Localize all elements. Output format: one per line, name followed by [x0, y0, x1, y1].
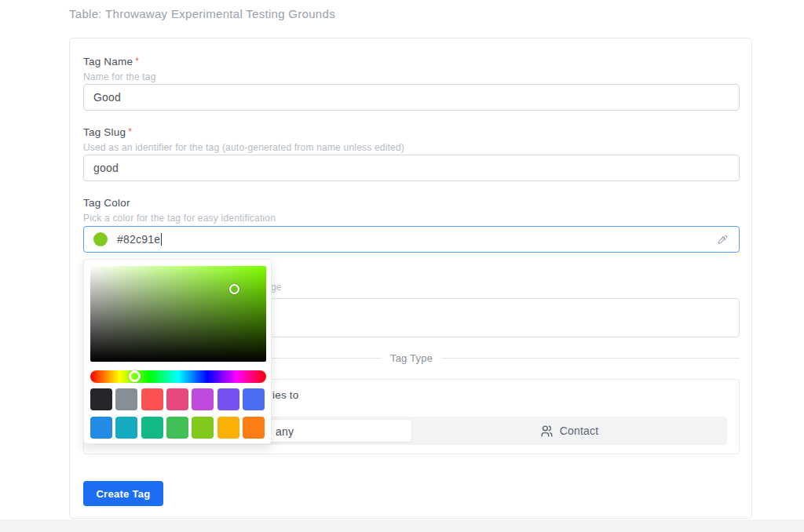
color-swatch[interactable]: [141, 417, 163, 439]
color-swatch[interactable]: [243, 388, 265, 410]
divider-line-right: [442, 358, 740, 359]
color-swatch[interactable]: [192, 417, 214, 439]
color-picker-popup: [83, 259, 272, 444]
page-title: Table: Throwaway Experimental Testing Gr…: [69, 7, 335, 20]
create-tag-form-card: Tag Name* Name for the tag Good Tag Slug…: [69, 38, 752, 519]
text-caret: [161, 233, 162, 246]
saturation-cursor[interactable]: [229, 284, 239, 294]
tag-name-value: Good: [93, 91, 121, 104]
required-asterisk: *: [128, 126, 132, 137]
color-swatch[interactable]: [243, 417, 265, 439]
obscured-field-helper-fragment: ge: [271, 282, 282, 293]
tag-name-label: Tag Name*: [83, 56, 139, 67]
tag-color-label: Tag Color: [83, 197, 130, 209]
tag-color-input[interactable]: #82c91e: [83, 226, 740, 253]
tag-slug-input[interactable]: good: [83, 155, 740, 181]
selected-color-dot: [93, 232, 108, 246]
tag-name-input[interactable]: Good: [83, 84, 740, 111]
saturation-area[interactable]: [90, 266, 266, 362]
page-bottom-edge: [0, 519, 804, 532]
swatch-row-1: [90, 388, 265, 410]
tag-slug-label-text: Tag Slug: [83, 126, 126, 138]
eyedropper-icon[interactable]: [717, 233, 729, 246]
color-swatch[interactable]: [166, 388, 188, 410]
active-option-label-fragment: any: [276, 425, 294, 438]
color-swatch[interactable]: [217, 388, 239, 410]
tag-color-value: #82c91e: [117, 233, 160, 246]
tag-color-helper: Pick a color for the tag for easy identi…: [83, 213, 276, 224]
tag-type-caption-fragment: ies to: [272, 389, 298, 401]
tag-slug-value: good: [93, 162, 119, 174]
color-swatch[interactable]: [192, 388, 214, 410]
page: Table: Throwaway Experimental Testing Gr…: [0, 0, 804, 532]
color-swatch[interactable]: [90, 417, 112, 439]
users-icon: [540, 425, 554, 438]
color-swatch[interactable]: [115, 417, 137, 439]
create-tag-button[interactable]: Create Tag: [83, 481, 163, 506]
color-swatch[interactable]: [217, 417, 239, 439]
hue-slider-thumb[interactable]: [129, 370, 141, 382]
segmented-option-contact[interactable]: Contact: [411, 417, 727, 445]
tag-name-label-text: Tag Name: [83, 56, 133, 67]
tag-type-divider-label: Tag Type: [381, 352, 442, 364]
swatch-row-2: [90, 417, 265, 439]
required-asterisk: *: [135, 56, 139, 67]
tag-slug-label: Tag Slug*: [83, 126, 132, 138]
contact-option-label: Contact: [560, 425, 599, 437]
tag-slug-helper: Used as an identifier for the tag (auto-…: [83, 142, 404, 153]
color-swatch[interactable]: [115, 388, 137, 410]
hue-slider[interactable]: [90, 370, 266, 383]
color-swatch[interactable]: [166, 417, 188, 439]
color-swatch[interactable]: [90, 388, 112, 410]
tag-name-helper: Name for the tag: [83, 71, 156, 82]
color-swatch[interactable]: [141, 388, 163, 410]
